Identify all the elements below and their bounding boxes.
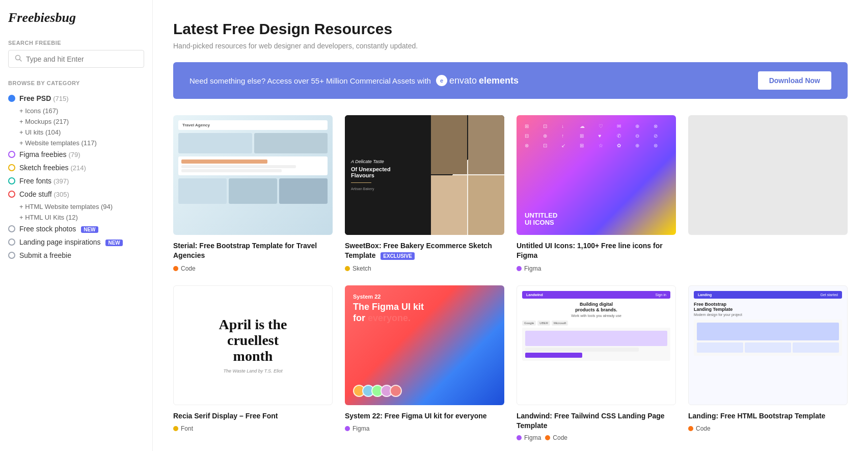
sidebar-subitem-uikits[interactable]: + UI kits (104) <box>8 127 144 138</box>
page-title: Latest Free Design Resources <box>173 20 848 38</box>
nav-dot-landing <box>8 238 15 246</box>
nav-label-figma: Figma freebies (79) <box>19 150 80 158</box>
nav-dot-photos <box>8 225 15 232</box>
card-landing-bootstrap[interactable]: Landing Get started Free BootstrapLandin… <box>688 285 848 441</box>
card-recia-title: Recia Serif Display – Free Font <box>173 411 333 421</box>
card-landwind-image: Landwind Sign in Building digitalproduct… <box>517 285 676 405</box>
card-placeholder[interactable] <box>688 115 848 273</box>
nav-dot-submit <box>8 252 15 259</box>
nav-dot-fonts <box>8 177 15 184</box>
app-layout: Freebiesbug SEARCH FREEBIE BROWSE BY CAT… <box>0 0 868 451</box>
card-icons-title: Untitled UI Icons: 1,100+ Free line icon… <box>517 241 676 261</box>
card-landwind-tag-code: Code <box>545 434 567 441</box>
search-box <box>8 50 144 68</box>
sidebar-subitem-icons[interactable]: + Icons (167) <box>8 105 144 116</box>
card-icons-tag-dot <box>517 266 522 271</box>
sidebar-item-figma[interactable]: Figma freebies (79) <box>8 148 144 161</box>
promo-banner: Need something else? Access over 55+ Mil… <box>173 62 848 99</box>
sidebar-item-photos[interactable]: Free stock photos NEW <box>8 223 144 235</box>
card-landwind-title: Landwind: Free Tailwind CSS Landing Page… <box>517 411 676 431</box>
card-landwind-tags: Figma Code <box>517 434 676 441</box>
card-system22-image: System 22 The Figma UI kitfor everyone. <box>345 285 504 405</box>
sidebar: Freebiesbug SEARCH FREEBIE BROWSE BY CAT… <box>0 0 153 451</box>
nav-label-fonts: Free fonts (397) <box>19 177 69 185</box>
nav-dot-free-psd <box>8 95 15 102</box>
card-landwind[interactable]: Landwind Sign in Building digitalproduct… <box>517 285 676 441</box>
card-sweetbox-title: SweetBox: Free Bakery Ecommerce Sketch T… <box>345 241 504 261</box>
sidebar-subitem-html-templates[interactable]: + HTML Website templates (94) <box>8 201 144 212</box>
nav-label-sketch: Sketch freebies (214) <box>19 164 86 172</box>
card-sweetbox-image: A Delicate Taste Of Unexpected Flavours … <box>345 115 504 235</box>
card-sweetbox[interactable]: A Delicate Taste Of Unexpected Flavours … <box>345 115 504 273</box>
sidebar-item-code[interactable]: Code stuff (305) <box>8 188 144 200</box>
sidebar-item-fonts[interactable]: Free fonts (397) <box>8 175 144 187</box>
card-sterial-tag: Code <box>173 265 196 272</box>
envato-icon: e <box>436 75 447 86</box>
card-bootstrap-tag: Code <box>688 425 711 432</box>
card-system22[interactable]: System 22 The Figma UI kitfor everyone. … <box>345 285 504 441</box>
card-untitled-icons[interactable]: ⊞⊡↓☁♡✉⊕⊗ ⊟⊕↑⊞♥✆⊖⊘ ⊗⊡↙⊞☆✿⊕⊛ UNTITLED UI I… <box>517 115 676 273</box>
cards-grid: Travel Agency <box>173 115 848 441</box>
card-system22-tag-dot <box>345 426 350 431</box>
sidebar-subitem-html-uikits[interactable]: + HTML UI Kits (12) <box>8 212 144 223</box>
exclusive-badge: EXCLUSIVE <box>381 252 415 260</box>
card-recia-tag-dot <box>173 426 178 431</box>
card-bootstrap-title: Landing: Free HTML Bootstrap Template <box>688 411 848 421</box>
envato-brand-text: envato <box>449 75 477 86</box>
card-sterial-tag-dot <box>173 266 178 271</box>
card-recia[interactable]: April is thecruellestmonth The Waste Lan… <box>173 285 333 441</box>
page-subtitle: Hand-picked resources for web designer a… <box>173 42 848 50</box>
envato-elements-text: elements <box>479 75 519 86</box>
nav-label-code: Code stuff (305) <box>19 190 69 198</box>
nav-label-free-psd: Free PSD (715) <box>19 94 69 102</box>
card-system22-title: System 22: Free Figma UI kit for everyon… <box>345 411 504 421</box>
card-recia-image: April is thecruellestmonth The Waste Lan… <box>173 285 333 405</box>
card-icons-image: ⊞⊡↓☁♡✉⊕⊗ ⊟⊕↑⊞♥✆⊖⊘ ⊗⊡↙⊞☆✿⊕⊛ UNTITLED UI I… <box>517 115 676 235</box>
card-sweetbox-tag-dot <box>345 266 350 271</box>
card-sterial-title: Sterial: Free Bootstrap Template for Tra… <box>173 241 333 261</box>
main-content: Latest Free Design Resources Hand-picked… <box>153 0 868 451</box>
card-system22-tag: Figma <box>345 425 369 432</box>
card-bootstrap-tag-dot <box>688 426 693 431</box>
card-sweetbox-tag: Sketch <box>345 265 371 272</box>
search-input[interactable] <box>26 55 138 63</box>
nav-label-submit: Submit a freebie <box>19 251 71 259</box>
logo[interactable]: Freebiesbug <box>8 10 144 25</box>
nav-label-photos: Free stock photos NEW <box>19 225 98 233</box>
envato-logo: e envato elements <box>436 75 519 86</box>
nav-label-landing: Landing page inspirations NEW <box>19 238 123 246</box>
banner-description: Need something else? Access over 55+ Mil… <box>189 76 431 85</box>
download-now-button[interactable]: Download Now <box>758 71 831 90</box>
card-landwind-tag-figma: Figma <box>517 434 541 441</box>
nav-dot-figma <box>8 151 15 158</box>
card-sterial[interactable]: Travel Agency <box>173 115 333 273</box>
card-bootstrap-image: Landing Get started Free BootstrapLandin… <box>688 285 848 405</box>
banner-text: Need something else? Access over 55+ Mil… <box>189 75 519 86</box>
sidebar-subitem-website-templates[interactable]: + Website templates (117) <box>8 138 144 148</box>
sidebar-item-landing[interactable]: Landing page inspirations NEW <box>8 236 144 248</box>
card-icons-tag: Figma <box>517 265 541 272</box>
sidebar-subitem-mockups[interactable]: + Mockups (217) <box>8 116 144 127</box>
card-placeholder-image <box>688 115 848 235</box>
search-icon <box>15 55 22 63</box>
card-sterial-image: Travel Agency <box>173 115 333 235</box>
card-recia-tag: Font <box>173 425 193 432</box>
sidebar-item-free-psd[interactable]: Free PSD (715) <box>8 92 144 104</box>
sidebar-item-submit[interactable]: Submit a freebie <box>8 249 144 261</box>
nav-dot-sketch <box>8 164 15 171</box>
browse-by-category-label: BROWSE BY CATEGORY <box>8 80 144 86</box>
search-label: SEARCH FREEBIE <box>8 40 144 46</box>
svg-line-1 <box>20 60 22 62</box>
sidebar-item-sketch[interactable]: Sketch freebies (214) <box>8 162 144 174</box>
nav-dot-code <box>8 191 15 198</box>
